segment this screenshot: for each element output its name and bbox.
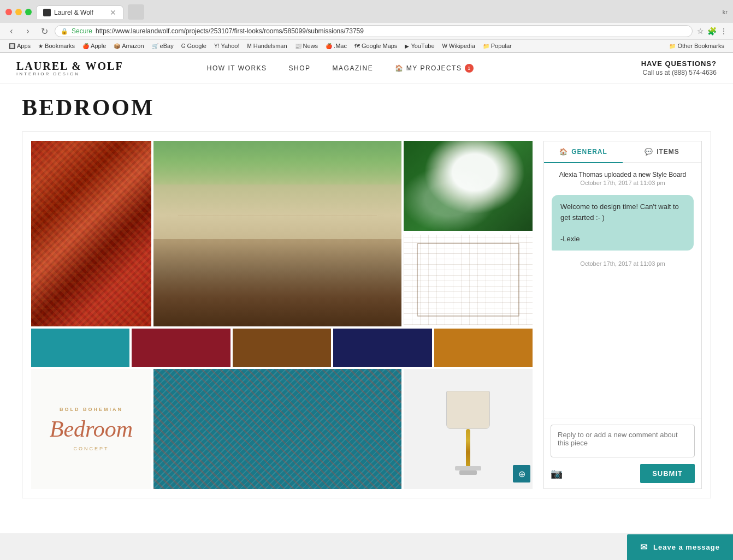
bookmark-amazon[interactable]: 📦 Amazon — [110, 41, 147, 50]
color-gold — [434, 329, 533, 367]
bookmark-handelsman-label: Handelsman — [253, 43, 287, 49]
leave-message-label: Leave a message — [653, 543, 720, 551]
bookmark-apps[interactable]: 🔲 Apps — [5, 41, 34, 50]
bookmark-amazon-label: Amazon — [122, 43, 144, 49]
google-icon: G — [181, 43, 186, 49]
ebay-icon: 🛒 — [152, 43, 158, 49]
amazon-icon: 📦 — [114, 43, 120, 49]
bookmarks-bar: 🔲 Apps ★ Bookmarks 🍎 Apple 📦 Amazon 🛒 eB… — [0, 40, 733, 52]
page: LAUREL & WOLF INTERIOR DESIGN HOW IT WOR… — [0, 53, 733, 533]
doors-image — [404, 235, 533, 325]
site-logo[interactable]: LAUREL & WOLF INTERIOR DESIGN — [16, 60, 123, 76]
nav-my-projects-label: MY PROJECTS — [406, 64, 462, 72]
googlemaps-icon: 🗺 — [354, 43, 360, 49]
tab-close-button[interactable]: ✕ — [110, 8, 116, 17]
chat-message-line1: Welcome to design time! Can't wait to ge… — [560, 201, 685, 223]
chat-time: October 17th, 2017 at 11:03 pm — [552, 260, 694, 267]
comment-area: 📷 SUBMIT — [544, 419, 701, 488]
bookmark-handelsman[interactable]: M Handelsman — [244, 41, 290, 50]
bookmark-news-label: News — [303, 43, 318, 49]
chat-spacer — [552, 272, 694, 411]
tab-general[interactable]: 🏠 GENERAL — [544, 141, 623, 163]
panel-content: Alexia Thomas uploaded a new Style Board… — [544, 163, 701, 419]
star-icon[interactable]: ☆ — [697, 27, 704, 35]
bookmark-wikipedia-label: Wikipedia — [449, 43, 475, 49]
minimize-window-button[interactable] — [15, 9, 22, 15]
site-header: LAUREL & WOLF INTERIOR DESIGN HOW IT WOR… — [0, 53, 733, 84]
close-window-button[interactable] — [5, 9, 12, 15]
maximize-window-button[interactable] — [25, 9, 32, 15]
browser-chrome: Laurel & Wolf ✕ kr ‹ › ↻ 🔒 Secure https:… — [0, 0, 733, 53]
zoom-button[interactable]: ⊕ — [513, 465, 530, 482]
reload-button[interactable]: ↻ — [38, 25, 50, 37]
tab-general-label: GENERAL — [571, 148, 607, 156]
extensions-icon[interactable]: 🧩 — [707, 27, 717, 35]
tab-items[interactable]: 💬 ITEMS — [623, 141, 701, 162]
bedroom-image — [153, 141, 401, 326]
bold-bohemian-label: BOLD BOHEMIAN — [60, 407, 123, 412]
bookmark-ebay[interactable]: 🛒 eBay — [149, 41, 177, 50]
bookmark-google[interactable]: G Google — [178, 41, 210, 50]
comment-textarea[interactable] — [551, 425, 695, 457]
tab-title: Laurel & Wolf — [54, 9, 93, 16]
bookmark-wikipedia[interactable]: W Wikipedia — [439, 41, 478, 50]
page-title: BEDROOM — [22, 94, 711, 121]
browser-titlebar: Laurel & Wolf ✕ kr — [0, 0, 733, 23]
apps-icon: 🔲 — [9, 43, 15, 49]
nav-my-projects[interactable]: 🏠 MY PROJECTS 1 — [395, 64, 474, 73]
bookmarks-icon: ★ — [38, 43, 43, 49]
moodboard: BOLD BOHEMIAN Bedroom CONCEPT — [31, 141, 533, 489]
nav-shop[interactable]: SHOP — [289, 64, 311, 72]
comment-tab-icon: 💬 — [645, 148, 653, 156]
color-navy — [333, 329, 431, 367]
bookmark-bookmarks-label: Bookmarks — [45, 43, 75, 49]
bookmark-yahoo[interactable]: Y! Yahoo! — [211, 41, 243, 50]
submit-button[interactable]: SUBMIT — [640, 464, 695, 483]
popular-icon: 📁 — [483, 43, 489, 49]
bookmark-bookmarks[interactable]: ★ Bookmarks — [35, 41, 78, 50]
address-bar[interactable]: 🔒 Secure https://www.laurelandwolf.com/p… — [55, 25, 693, 37]
chat-message-sign: -Lexie — [560, 234, 685, 245]
bookmark-googlemaps-label: Google Maps — [362, 43, 397, 49]
notification-badge: 1 — [465, 64, 474, 73]
new-tab-button[interactable] — [128, 4, 144, 20]
camera-button[interactable]: 📷 — [551, 468, 563, 480]
home-tab-icon: 🏠 — [559, 148, 568, 156]
bookmark-popular-label: Popular — [491, 43, 512, 49]
other-bookmarks-icon: 📁 — [669, 43, 676, 49]
menu-icon[interactable]: ⋮ — [720, 27, 728, 35]
bookmark-other[interactable]: 📁 Other Bookmarks — [666, 41, 728, 50]
leave-message-button[interactable]: ✉ Leave a message — [627, 534, 733, 560]
bookmark-googlemaps[interactable]: 🗺 Google Maps — [351, 41, 400, 50]
concept-label: CONCEPT — [73, 446, 109, 451]
color-swatches — [31, 329, 533, 367]
youtube-icon: ▶ — [405, 43, 409, 49]
home-icon: 🏠 — [395, 64, 404, 72]
lock-icon: 🔒 — [61, 28, 68, 35]
bottom-row: BOLD BOHEMIAN Bedroom CONCEPT — [31, 369, 533, 489]
bookmark-popular[interactable]: 📁 Popular — [480, 41, 515, 50]
bookmark-mac[interactable]: 🍎 .Mac — [322, 41, 350, 50]
nav-how-it-works[interactable]: HOW IT WORKS — [207, 64, 267, 72]
apple-icon: 🍎 — [82, 43, 89, 49]
mac-icon: 🍎 — [326, 43, 332, 49]
header-contact: HAVE QUESTIONS? Call us at (888) 574-463… — [641, 59, 717, 76]
bookmark-ebay-label: eBay — [160, 43, 174, 49]
color-brown — [233, 329, 331, 367]
bookmark-youtube[interactable]: ▶ YouTube — [401, 41, 438, 50]
news-icon: 📰 — [295, 43, 302, 49]
back-button[interactable]: ‹ — [5, 25, 17, 37]
bookmark-apple[interactable]: 🍎 Apple — [79, 41, 109, 50]
active-tab[interactable]: Laurel & Wolf ✕ — [36, 5, 123, 19]
tab-items-label: ITEMS — [657, 148, 679, 156]
forward-button[interactable]: › — [22, 25, 34, 37]
chat-bubble: Welcome to design time! Can't wait to ge… — [552, 195, 694, 251]
logo-tagline: INTERIOR DESIGN — [16, 72, 123, 76]
bookmark-google-label: Google — [187, 43, 206, 49]
comment-footer: 📷 SUBMIT — [551, 464, 695, 483]
flowers-image — [404, 141, 533, 231]
bookmark-news[interactable]: 📰 News — [292, 41, 322, 50]
nav-magazine[interactable]: MAGAZINE — [333, 64, 374, 72]
activity-time: October 17th, 2017 at 11:03 pm — [552, 180, 694, 186]
main-content: BEDROOM — [0, 84, 733, 509]
